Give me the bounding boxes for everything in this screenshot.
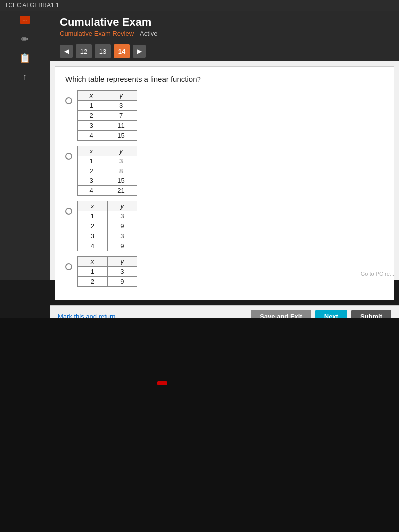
exam-review-link[interactable]: Cumulative Exam Review <box>60 30 134 37</box>
header-subtitle: Cumulative Exam Review Active <box>60 30 389 37</box>
content-panel: Cumulative Exam Cumulative Exam Review A… <box>50 11 399 280</box>
sidebar-logo: --- <box>20 16 30 24</box>
answer-option-d: xy 13 29 <box>65 256 384 287</box>
status-badge: Active <box>140 30 157 37</box>
prev-page-button[interactable]: ◀ <box>60 45 73 58</box>
red-indicator <box>157 381 167 385</box>
navigation-row: ◀ 12 13 14 ▶ <box>50 41 399 61</box>
radio-d[interactable] <box>65 263 72 270</box>
table-a: xy 13 27 311 415 <box>77 90 137 141</box>
main-area: --- ✏ 📋 ↑ Cumulative Exam Cumulative Exa… <box>0 11 399 280</box>
clipboard-icon[interactable]: 📋 <box>17 51 32 66</box>
top-bar: TCEC ALGEBRA1.1 <box>0 0 399 11</box>
up-arrow-icon[interactable]: ↑ <box>21 70 29 84</box>
dark-bottom <box>0 318 399 532</box>
page-12-button[interactable]: 12 <box>76 44 92 58</box>
table-d: xy 13 29 <box>77 256 137 287</box>
sidebar: --- ✏ 📋 ↑ <box>0 11 50 280</box>
radio-a[interactable] <box>65 97 72 104</box>
table-c: xy 13 29 33 49 <box>77 201 137 251</box>
page-14-button[interactable]: 14 <box>114 44 130 58</box>
answer-option-a: xy 13 27 311 415 <box>65 90 384 141</box>
next-page-button[interactable]: ▶ <box>133 45 146 58</box>
app-title: TCEC ALGEBRA1.1 <box>5 2 59 9</box>
radio-c[interactable] <box>65 208 72 215</box>
answer-option-c: xy 13 29 33 49 <box>65 201 384 251</box>
header: Cumulative Exam Cumulative Exam Review A… <box>50 11 399 41</box>
radio-b[interactable] <box>65 153 72 160</box>
question-area: Which table represents a linear function… <box>55 66 394 300</box>
question-text: Which table represents a linear function… <box>65 75 384 83</box>
page-13-button[interactable]: 13 <box>95 44 111 58</box>
table-b: xy 13 28 315 421 <box>77 146 137 196</box>
page-title: Cumulative Exam <box>60 16 389 29</box>
go-to-pc-text: Go to PC re... <box>361 271 394 277</box>
answer-option-b: xy 13 28 315 421 <box>65 146 384 196</box>
edit-icon[interactable]: ✏ <box>19 32 31 47</box>
